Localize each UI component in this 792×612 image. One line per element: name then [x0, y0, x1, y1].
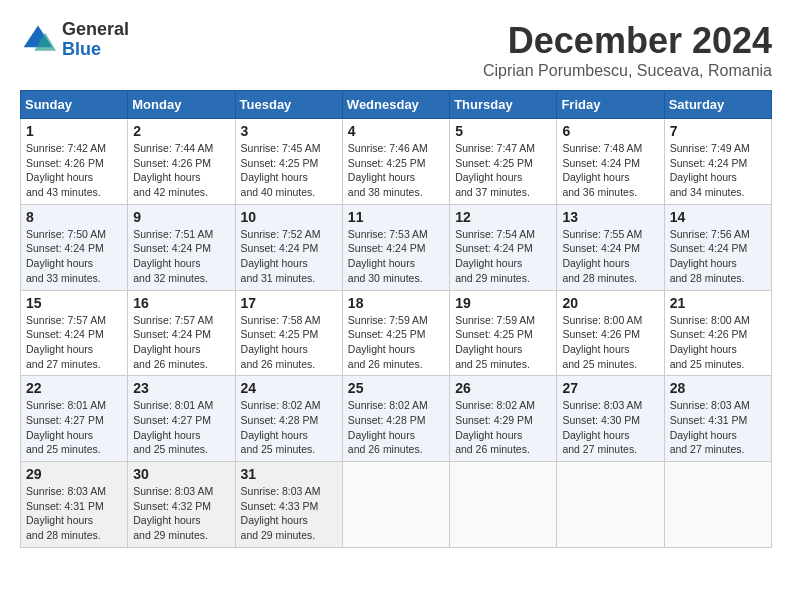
day-cell-13: 13 Sunrise: 7:55 AMSunset: 4:24 PMDaylig… [557, 204, 664, 290]
day-cell-2: 2 Sunrise: 7:44 AMSunset: 4:26 PMDayligh… [128, 119, 235, 205]
day-detail: Sunrise: 8:03 AMSunset: 4:31 PMDaylight … [670, 398, 766, 457]
day-cell-28: 28 Sunrise: 8:03 AMSunset: 4:31 PMDaylig… [664, 376, 771, 462]
day-number: 4 [348, 123, 444, 139]
day-detail: Sunrise: 8:03 AMSunset: 4:31 PMDaylight … [26, 484, 122, 543]
day-cell-24: 24 Sunrise: 8:02 AMSunset: 4:28 PMDaylig… [235, 376, 342, 462]
day-cell-10: 10 Sunrise: 7:52 AMSunset: 4:24 PMDaylig… [235, 204, 342, 290]
day-detail: Sunrise: 7:45 AMSunset: 4:25 PMDaylight … [241, 141, 337, 200]
day-cell-22: 22 Sunrise: 8:01 AMSunset: 4:27 PMDaylig… [21, 376, 128, 462]
calendar-table: Sunday Monday Tuesday Wednesday Thursday… [20, 90, 772, 548]
empty-cell [342, 462, 449, 548]
day-detail: Sunrise: 8:01 AMSunset: 4:27 PMDaylight … [26, 398, 122, 457]
day-cell-11: 11 Sunrise: 7:53 AMSunset: 4:24 PMDaylig… [342, 204, 449, 290]
week-row-2: 8 Sunrise: 7:50 AMSunset: 4:24 PMDayligh… [21, 204, 772, 290]
day-detail: Sunrise: 7:54 AMSunset: 4:24 PMDaylight … [455, 227, 551, 286]
day-cell-23: 23 Sunrise: 8:01 AMSunset: 4:27 PMDaylig… [128, 376, 235, 462]
day-cell-5: 5 Sunrise: 7:47 AMSunset: 4:25 PMDayligh… [450, 119, 557, 205]
day-detail: Sunrise: 7:55 AMSunset: 4:24 PMDaylight … [562, 227, 658, 286]
day-number: 7 [670, 123, 766, 139]
day-detail: Sunrise: 8:01 AMSunset: 4:27 PMDaylight … [133, 398, 229, 457]
day-detail: Sunrise: 8:03 AMSunset: 4:33 PMDaylight … [241, 484, 337, 543]
day-detail: Sunrise: 7:50 AMSunset: 4:24 PMDaylight … [26, 227, 122, 286]
day-cell-25: 25 Sunrise: 8:02 AMSunset: 4:28 PMDaylig… [342, 376, 449, 462]
day-number: 5 [455, 123, 551, 139]
day-number: 13 [562, 209, 658, 225]
col-sunday: Sunday [21, 91, 128, 119]
day-number: 22 [26, 380, 122, 396]
day-number: 29 [26, 466, 122, 482]
day-cell-17: 17 Sunrise: 7:58 AMSunset: 4:25 PMDaylig… [235, 290, 342, 376]
day-number: 31 [241, 466, 337, 482]
logo: General Blue [20, 20, 129, 60]
day-number: 15 [26, 295, 122, 311]
col-tuesday: Tuesday [235, 91, 342, 119]
day-number: 16 [133, 295, 229, 311]
day-cell-4: 4 Sunrise: 7:46 AMSunset: 4:25 PMDayligh… [342, 119, 449, 205]
day-detail: Sunrise: 8:03 AMSunset: 4:30 PMDaylight … [562, 398, 658, 457]
day-number: 23 [133, 380, 229, 396]
day-detail: Sunrise: 7:48 AMSunset: 4:24 PMDaylight … [562, 141, 658, 200]
day-cell-27: 27 Sunrise: 8:03 AMSunset: 4:30 PMDaylig… [557, 376, 664, 462]
header: General Blue December 2024 Ciprian Porum… [20, 20, 772, 80]
day-detail: Sunrise: 8:02 AMSunset: 4:28 PMDaylight … [241, 398, 337, 457]
day-cell-7: 7 Sunrise: 7:49 AMSunset: 4:24 PMDayligh… [664, 119, 771, 205]
day-number: 20 [562, 295, 658, 311]
day-detail: Sunrise: 7:46 AMSunset: 4:25 PMDaylight … [348, 141, 444, 200]
logo-icon [20, 22, 56, 58]
day-number: 17 [241, 295, 337, 311]
week-row-4: 22 Sunrise: 8:01 AMSunset: 4:27 PMDaylig… [21, 376, 772, 462]
col-friday: Friday [557, 91, 664, 119]
day-detail: Sunrise: 7:58 AMSunset: 4:25 PMDaylight … [241, 313, 337, 372]
day-detail: Sunrise: 7:59 AMSunset: 4:25 PMDaylight … [455, 313, 551, 372]
empty-cell [557, 462, 664, 548]
day-detail: Sunrise: 7:44 AMSunset: 4:26 PMDaylight … [133, 141, 229, 200]
day-detail: Sunrise: 7:51 AMSunset: 4:24 PMDaylight … [133, 227, 229, 286]
day-detail: Sunrise: 7:47 AMSunset: 4:25 PMDaylight … [455, 141, 551, 200]
day-cell-19: 19 Sunrise: 7:59 AMSunset: 4:25 PMDaylig… [450, 290, 557, 376]
day-detail: Sunrise: 7:57 AMSunset: 4:24 PMDaylight … [133, 313, 229, 372]
day-cell-8: 8 Sunrise: 7:50 AMSunset: 4:24 PMDayligh… [21, 204, 128, 290]
col-wednesday: Wednesday [342, 91, 449, 119]
col-thursday: Thursday [450, 91, 557, 119]
day-number: 18 [348, 295, 444, 311]
day-number: 19 [455, 295, 551, 311]
day-number: 28 [670, 380, 766, 396]
day-number: 25 [348, 380, 444, 396]
day-detail: Sunrise: 7:52 AMSunset: 4:24 PMDaylight … [241, 227, 337, 286]
day-cell-6: 6 Sunrise: 7:48 AMSunset: 4:24 PMDayligh… [557, 119, 664, 205]
day-number: 3 [241, 123, 337, 139]
col-saturday: Saturday [664, 91, 771, 119]
day-cell-9: 9 Sunrise: 7:51 AMSunset: 4:24 PMDayligh… [128, 204, 235, 290]
day-cell-31: 31 Sunrise: 8:03 AMSunset: 4:33 PMDaylig… [235, 462, 342, 548]
day-detail: Sunrise: 8:02 AMSunset: 4:29 PMDaylight … [455, 398, 551, 457]
day-number: 21 [670, 295, 766, 311]
logo-text: General Blue [62, 20, 129, 60]
subtitle: Ciprian Porumbescu, Suceava, Romania [483, 62, 772, 80]
day-cell-1: 1 Sunrise: 7:42 AMSunset: 4:26 PMDayligh… [21, 119, 128, 205]
day-detail: Sunrise: 7:59 AMSunset: 4:25 PMDaylight … [348, 313, 444, 372]
day-number: 6 [562, 123, 658, 139]
day-cell-3: 3 Sunrise: 7:45 AMSunset: 4:25 PMDayligh… [235, 119, 342, 205]
day-detail: Sunrise: 8:00 AMSunset: 4:26 PMDaylight … [562, 313, 658, 372]
empty-cell [450, 462, 557, 548]
week-row-1: 1 Sunrise: 7:42 AMSunset: 4:26 PMDayligh… [21, 119, 772, 205]
day-cell-21: 21 Sunrise: 8:00 AMSunset: 4:26 PMDaylig… [664, 290, 771, 376]
day-number: 1 [26, 123, 122, 139]
day-cell-16: 16 Sunrise: 7:57 AMSunset: 4:24 PMDaylig… [128, 290, 235, 376]
day-detail: Sunrise: 7:42 AMSunset: 4:26 PMDaylight … [26, 141, 122, 200]
day-number: 27 [562, 380, 658, 396]
day-detail: Sunrise: 7:56 AMSunset: 4:24 PMDaylight … [670, 227, 766, 286]
day-cell-15: 15 Sunrise: 7:57 AMSunset: 4:24 PMDaylig… [21, 290, 128, 376]
day-cell-14: 14 Sunrise: 7:56 AMSunset: 4:24 PMDaylig… [664, 204, 771, 290]
day-detail: Sunrise: 7:57 AMSunset: 4:24 PMDaylight … [26, 313, 122, 372]
day-number: 12 [455, 209, 551, 225]
col-monday: Monday [128, 91, 235, 119]
day-cell-12: 12 Sunrise: 7:54 AMSunset: 4:24 PMDaylig… [450, 204, 557, 290]
day-number: 24 [241, 380, 337, 396]
day-number: 2 [133, 123, 229, 139]
day-number: 11 [348, 209, 444, 225]
empty-cell [664, 462, 771, 548]
day-detail: Sunrise: 8:02 AMSunset: 4:28 PMDaylight … [348, 398, 444, 457]
day-number: 14 [670, 209, 766, 225]
day-number: 8 [26, 209, 122, 225]
